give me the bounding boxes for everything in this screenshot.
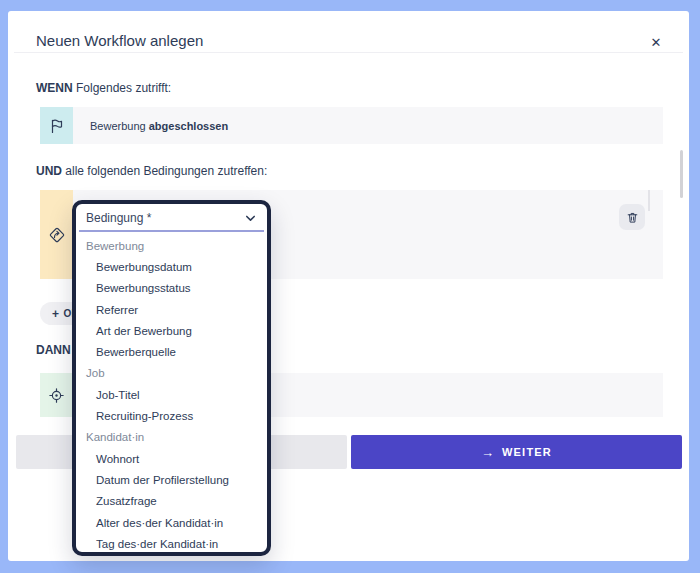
weiter-button-label: WEITER <box>502 446 552 458</box>
option-item[interactable]: Referrer <box>76 299 267 320</box>
trash-button[interactable] <box>619 204 645 230</box>
weiter-button[interactable]: → WEITER <box>351 435 682 469</box>
bedingung-field-label: Bedingung * <box>86 211 151 225</box>
trash-icon <box>626 211 639 224</box>
wenn-keyword: WENN <box>36 81 73 95</box>
option-group-label: Bewerbung <box>76 235 267 256</box>
und-section-label: UND alle folgenden Bedingungen zutreffen… <box>36 164 267 178</box>
option-item[interactable]: Bewerberquelle <box>76 341 267 362</box>
close-button[interactable]: ✕ <box>647 33 665 51</box>
option-item[interactable]: Wohnort <box>76 448 267 469</box>
option-group-label: Job <box>76 363 267 384</box>
condition-options-list: BewerbungBewerbungsdatumBewerbungsstatus… <box>76 232 267 554</box>
option-item[interactable]: Alter des·der Kandidat·in <box>76 512 267 533</box>
trigger-row[interactable]: Bewerbung abgeschlossen <box>40 107 663 144</box>
condition-dropdown: Bedingung * BewerbungBewerbungsdatumBewe… <box>72 200 271 556</box>
wenn-section-label: WENN Folgendes zutrifft: <box>36 81 171 95</box>
dann-keyword: DANN <box>36 343 71 357</box>
page-title: Neuen Workflow anlegen <box>36 32 203 49</box>
inner-scrollbar[interactable] <box>648 190 650 211</box>
option-item[interactable]: Tag des·der Kandidat·in <box>76 533 267 554</box>
header-divider <box>14 52 683 53</box>
option-group-label: Kandidat·in <box>76 427 267 448</box>
und-keyword: UND <box>36 164 62 178</box>
arrow-right-icon: → <box>481 445 494 460</box>
flag-icon <box>40 107 73 144</box>
modal-scrollbar-thumb[interactable] <box>680 150 683 198</box>
target-icon <box>40 373 73 417</box>
close-icon: ✕ <box>651 35 662 50</box>
condition-diamond-icon <box>40 190 73 279</box>
option-item[interactable]: Datum der Profilerstellung <box>76 469 267 490</box>
option-item[interactable]: Art der Bewerbung <box>76 320 267 341</box>
option-item[interactable]: Bewerbungsdatum <box>76 256 267 277</box>
option-item[interactable]: Recruiting-Prozess <box>76 405 267 426</box>
option-item[interactable]: Job-Titel <box>76 384 267 405</box>
trigger-description: Bewerbung abgeschlossen <box>90 107 228 144</box>
chevron-down-icon <box>244 212 257 225</box>
plus-icon: + <box>52 307 59 321</box>
option-item[interactable]: Zusatzfrage <box>76 491 267 512</box>
bedingung-select-field[interactable]: Bedingung * <box>76 204 267 230</box>
option-item[interactable]: Bewerbungsstatus <box>76 278 267 299</box>
